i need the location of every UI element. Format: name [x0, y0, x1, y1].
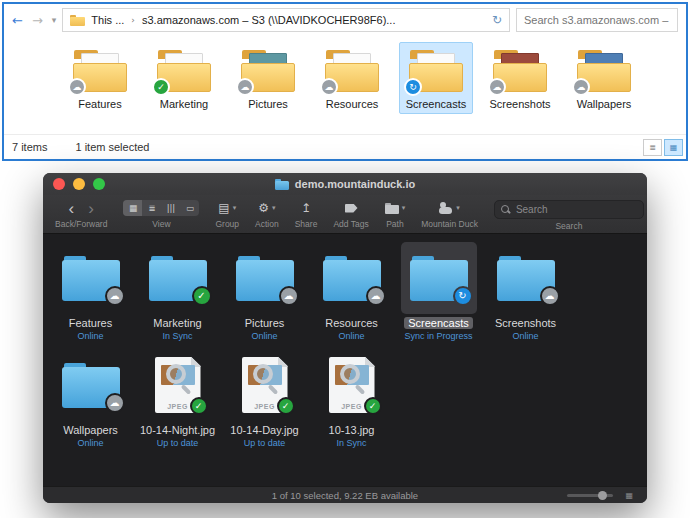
file-name: Screencasts [404, 317, 473, 329]
file-item-marketing[interactable]: ✓ Marketing [142, 42, 226, 114]
path-button[interactable]: ▾ [385, 199, 406, 217]
list-view-icon[interactable]: ≣ [142, 200, 161, 216]
icon-view-icon[interactable]: ▦ [123, 200, 142, 216]
toolbar-view: ▦ ≣ ||| ▭ View [123, 199, 199, 229]
file-item-resources[interactable]: ☁ Resources Online [308, 242, 395, 341]
forward-button[interactable]: › [81, 200, 101, 217]
gear-icon: ⚙ [258, 201, 269, 215]
toolbar-mountain-duck: ▾ Mountain Duck [421, 199, 478, 229]
finder-search-box[interactable] [494, 200, 644, 219]
file-item-marketing[interactable]: ✓ Marketing In Sync [134, 242, 221, 341]
magnifier-icon [166, 364, 186, 384]
check-badge-icon: ✓ [192, 286, 212, 306]
toolbar-path: ▾ Path [385, 199, 406, 229]
minimize-button[interactable] [73, 178, 85, 190]
gallery-view-icon[interactable]: ▭ [180, 200, 199, 216]
file-name: Pictures [241, 317, 289, 329]
windows-explorer-window: ← → ▾ This ... › s3.amazonaws.com – S3 (… [2, 2, 688, 161]
sync-status: Up to date [157, 438, 199, 448]
check-badge-icon: ✓ [190, 397, 208, 415]
file-name: Screencasts [406, 98, 467, 110]
details-view-icon[interactable]: ≣ [643, 139, 662, 156]
action-button[interactable]: ⚙ ▾ [258, 199, 275, 217]
file-name: Features [65, 317, 116, 329]
path-folder-icon [385, 203, 399, 214]
file-item-10-14-day[interactable]: JPEG ✓ 10-14-Day.jpg Up to date [221, 349, 308, 448]
file-item-screencasts[interactable]: ↻ Screencasts [394, 42, 478, 114]
sync-status: In Sync [162, 331, 192, 341]
breadcrumb-root[interactable]: This ... [91, 14, 124, 26]
chevron-down-icon: ▾ [272, 204, 276, 212]
view-segmented-control: ▦ ≣ ||| ▭ [123, 200, 199, 216]
file-item-resources[interactable]: ☁ Resources [310, 42, 394, 114]
cloud-badge-icon: ☁ [236, 78, 254, 96]
finder-titlebar: demo.mountainduck.io [43, 173, 647, 195]
recent-locations-dropdown-icon[interactable]: ▾ [52, 15, 57, 25]
group-label: Group [215, 219, 239, 229]
file-item-pictures[interactable]: ☁ Pictures [226, 42, 310, 114]
file-item-features[interactable]: ☁ Features Online [47, 242, 134, 341]
status-summary: 1 of 10 selected, 9.22 EB available [272, 490, 418, 501]
zoom-button[interactable] [93, 178, 105, 190]
search-icon [501, 205, 511, 215]
file-name: Pictures [248, 98, 288, 110]
file-name: Marketing [160, 98, 208, 110]
finder-statusbar: 1 of 10 selected, 9.22 EB available ▦ [43, 486, 647, 503]
share-button[interactable]: ↥ [301, 199, 311, 217]
group-icon: ▤ [218, 201, 229, 215]
file-item-wallpapers[interactable]: ☁ Wallpapers Online [47, 349, 134, 448]
column-view-icon[interactable]: ||| [161, 200, 180, 216]
cloud-badge-icon: ☁ [572, 78, 590, 96]
folder-icon: ☁ [236, 256, 294, 301]
sync-badge-icon: ↻ [404, 78, 422, 96]
explorer-nav: ← → ▾ [12, 13, 56, 28]
toolbar-action: ⚙ ▾ Action [255, 199, 279, 229]
toolbar-group: ▤ ▾ Group [215, 199, 239, 229]
search-label: Search [555, 221, 582, 231]
selection-count: 1 item selected [75, 141, 149, 153]
folder-icon: ☁ [241, 50, 295, 92]
folder-icon: ✓ [157, 50, 211, 92]
toolbar-back-forward: ‹ › Back/Forward [55, 199, 107, 229]
file-item-10-13[interactable]: JPEG ✓ 10-13.jpg In Sync [308, 349, 395, 448]
file-item-screencasts[interactable]: ↻ Screencasts Sync in Progress [395, 242, 482, 341]
file-item-screenshots[interactable]: ☁ Screenshots Online [482, 242, 569, 341]
chevron-down-icon: ▾ [233, 204, 237, 212]
sync-status: In Sync [336, 438, 366, 448]
explorer-search-input[interactable] [524, 14, 670, 26]
cloud-badge-icon: ☁ [320, 78, 338, 96]
sync-status: Online [251, 331, 277, 341]
mountain-duck-button[interactable]: ▾ [439, 199, 460, 217]
back-button[interactable]: ‹ [62, 200, 82, 217]
forward-button[interactable]: → [32, 13, 43, 28]
close-button[interactable] [53, 178, 65, 190]
add-tags-button[interactable] [345, 199, 358, 217]
explorer-search-box[interactable] [516, 8, 678, 32]
address-bar[interactable]: This ... › s3.amazonaws.com – S3 (\\DAVI… [62, 8, 510, 32]
check-badge-icon: ✓ [152, 78, 170, 96]
icon-size-slider[interactable] [567, 494, 613, 497]
file-name: Screenshots [491, 317, 560, 329]
file-item-screenshots[interactable]: ☁ Screenshots [478, 42, 562, 114]
back-button[interactable]: ← [12, 13, 23, 28]
breadcrumb-path[interactable]: s3.amazonaws.com – S3 (\\DAVIDKOCHER98F6… [142, 14, 396, 26]
sync-status: Online [77, 331, 103, 341]
group-button[interactable]: ▤ ▾ [218, 199, 236, 217]
sync-status: Sync in Progress [404, 331, 472, 341]
sync-status: Online [338, 331, 364, 341]
large-icons-view-icon[interactable]: ▦ [664, 139, 683, 156]
slider-knob[interactable] [598, 491, 607, 500]
file-item-pictures[interactable]: ☁ Pictures Online [221, 242, 308, 341]
refresh-icon[interactable]: ↻ [492, 13, 502, 27]
folder-icon: ☁ [323, 256, 381, 301]
finder-search-input[interactable] [516, 204, 637, 215]
file-item-10-14-night[interactable]: JPEG ✓ 10-14-Night.jpg Up to date [134, 349, 221, 448]
view-label: View [152, 219, 170, 229]
file-item-wallpapers[interactable]: ☁ Wallpapers [562, 42, 646, 114]
file-item-features[interactable]: ☁ Features [58, 42, 142, 114]
share-icon: ↥ [301, 201, 311, 215]
cloud-badge-icon: ☁ [540, 286, 560, 306]
toolbar-share: ↥ Share [295, 199, 318, 229]
jpeg-file-icon: JPEG ✓ [155, 357, 201, 413]
share-label: Share [295, 219, 318, 229]
